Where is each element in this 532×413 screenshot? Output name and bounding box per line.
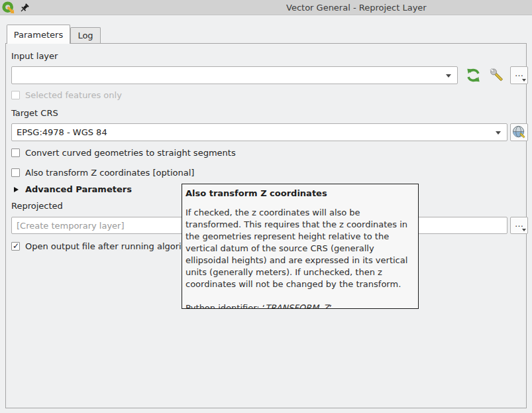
transform-z-row: Also transform Z coordinates [optional] [11,168,194,178]
convert-curved-checkbox[interactable] [11,148,20,157]
iterate-button[interactable] [463,66,484,84]
tooltip-title: Also transform Z coordinates [186,188,415,198]
wrench-icon [488,67,505,84]
open-output-checkbox[interactable]: ✓ [11,242,20,251]
reprojected-label: Reprojected [11,201,63,211]
advanced-parameters-header[interactable]: Advanced Parameters [14,184,132,194]
window-title: Vector General - Reproject Layer [286,3,427,13]
open-output-label: Open output file after running algorithm [25,241,199,251]
transform-z-checkbox[interactable] [11,168,20,177]
selected-features-label: Selected features only [25,90,122,100]
input-layer-label: Input layer [11,51,58,61]
selected-features-row: Selected features only [11,90,122,100]
chevron-down-icon [522,79,526,82]
target-crs-label: Target CRS [11,108,58,118]
open-output-row: ✓ Open output file after running algorit… [11,241,199,251]
target-crs-value: EPSG:4978 - WGS 84 [17,127,107,137]
reprojected-value: [Create temporary layer] [17,221,125,231]
transform-z-label: Also transform Z coordinates [optional] [25,168,194,178]
reprojected-browse-button[interactable]: … [510,217,528,234]
ellipsis-label: … [515,219,523,229]
globe-icon [512,125,526,139]
input-layer-combo[interactable] [11,66,458,84]
iterate-icon [464,67,482,84]
convert-curved-row: Convert curved geometries to straight se… [11,148,236,158]
selected-features-checkbox[interactable] [11,91,20,99]
chevron-down-icon [446,74,451,78]
advanced-parameters-label: Advanced Parameters [25,184,132,194]
chevron-right-icon [14,187,19,192]
pin-icon[interactable] [19,3,30,13]
chevron-down-icon [496,131,501,135]
tooltip-transform-z: Also transform Z coordinates If checked,… [182,184,419,309]
chevron-down-icon [522,229,526,231]
target-crs-combo[interactable]: EPSG:4978 - WGS 84 [11,123,507,141]
ellipsis-label: … [515,68,523,78]
input-layer-browse-button[interactable]: … [510,66,528,84]
advanced-options-button[interactable] [487,66,507,84]
tab-log[interactable]: Log [70,27,101,44]
convert-curved-label: Convert curved geometries to straight se… [25,148,236,158]
qgis-logo-icon [2,1,15,14]
tooltip-python-identifier: Python identifier: ‘TRANSFORM_Z’ [186,302,415,309]
checkmark-icon: ✓ [13,241,19,251]
tooltip-body: If checked, the z coordinates will also … [186,207,415,290]
title-bar: Vector General - Reproject Layer [0,0,532,15]
select-crs-button[interactable] [510,123,528,141]
tab-parameters[interactable]: Parameters [7,25,70,44]
